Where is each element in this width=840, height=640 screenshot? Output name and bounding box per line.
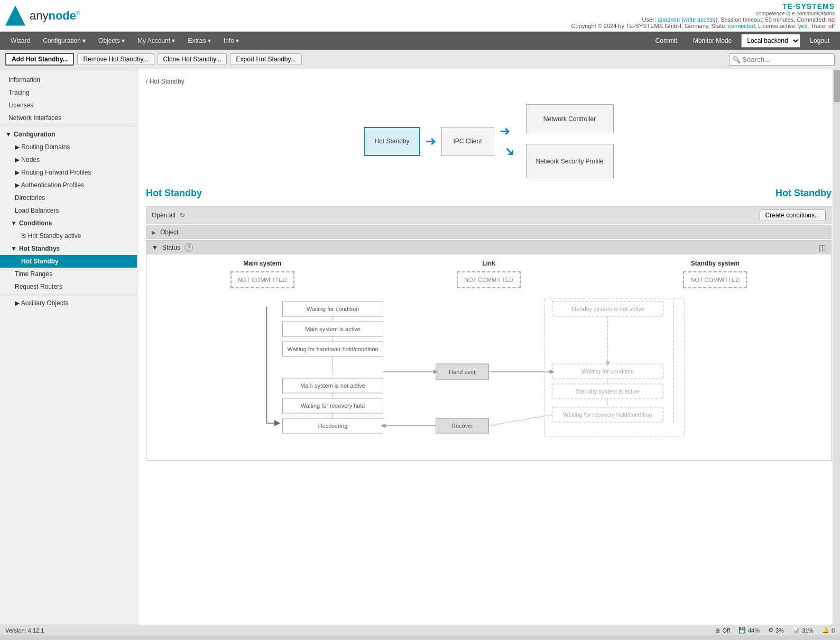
text-waiting-handover: Waiting for handover hold/condition — [287, 346, 378, 352]
refresh-icon[interactable]: ↻ — [180, 212, 185, 219]
cpu-label: 3% — [776, 627, 784, 634]
status-cpu: ⚙ 3% — [768, 627, 784, 634]
diagram-area: Hot Standby ➜ IPC Client ➜ ➜ Network Con… — [146, 94, 832, 184]
panel-toolbar-left: Open all ↻ — [152, 212, 185, 219]
alert-label: 0 — [832, 627, 835, 634]
sidebar-item-hot-standby[interactable]: Hot Standby — [0, 255, 137, 268]
standby-system-col: Standby system NOT COMMITTED — [605, 260, 826, 288]
status-expand-arrow: ▼ — [152, 244, 158, 251]
monitor-mode-button[interactable]: Monitor Mode — [687, 34, 738, 47]
sidebar-item-load-balancers[interactable]: Load Balancers — [0, 204, 137, 217]
sidebar-item-routing-forward-profiles[interactable]: ▶ Routing Forward Profiles — [0, 166, 137, 179]
header: anynode® TE·SYSTEMS competence in e-comm… — [0, 0, 840, 32]
text-waiting-recovery-hold: Waiting for recovery hold — [301, 403, 365, 409]
logout-button[interactable]: Logout — [804, 34, 836, 47]
nav-my-account[interactable]: My Account ▾ — [131, 34, 181, 48]
sidebar-group-configuration[interactable]: ▼ Configuration — [0, 128, 137, 141]
disk-icon: 💾 — [739, 627, 746, 634]
main-system-col: Main system NOT COMMITTED — [152, 260, 373, 288]
status-label: Status — [162, 244, 180, 251]
logo-wordmark: anynode® — [30, 9, 80, 23]
main-system-state: NOT COMMITTED — [230, 271, 294, 288]
text-standby-active: Standby system is active — [576, 388, 640, 395]
expand-arrow-hot-standbys: ▼ — [11, 245, 17, 252]
diagram-node-ipc-client[interactable]: IPC Client — [441, 127, 494, 156]
state-columns: Main system NOT COMMITTED Link NOT COMMI… — [152, 260, 826, 288]
status-collapse-icon[interactable]: ◫ — [819, 243, 826, 252]
status-screen: 🖥 Off — [714, 627, 730, 634]
sidebar-item-time-ranges[interactable]: Time Ranges — [0, 268, 137, 280]
status-disk: 💾 44% — [739, 627, 760, 634]
toolbar: Add Hot Standby... Remove Hot Standby...… — [0, 50, 840, 69]
sidebar-item-authentication-profiles[interactable]: ▶ Authentication Profiles — [0, 179, 137, 191]
header-right: TE·SYSTEMS competence in e-communication… — [571, 2, 835, 29]
screen-icon: 🖥 — [714, 627, 720, 634]
sidebar-item-is-hot-standby-active[interactable]: Is Hot Standby active — [0, 230, 137, 242]
main-area: Information Tracing Licenses Network Int… — [0, 69, 840, 625]
clone-hot-standby-button[interactable]: Clone Hot Standby... — [158, 53, 227, 65]
alert-icon: 🔔 — [822, 627, 829, 634]
statusbar: Version: 4.12.1 🖥 Off 💾 44% ⚙ 3% 📊 31% 🔔… — [0, 625, 840, 635]
remove-hot-standby-button[interactable]: Remove Hot Standby... — [77, 53, 154, 65]
sidebar-item-network-interfaces[interactable]: Network Interfaces — [0, 112, 137, 124]
status-alert: 🔔 0 — [822, 627, 835, 634]
search-input[interactable] — [729, 53, 835, 66]
status-section: ▼ Status ? ◫ Main system NOT COMMITTED — [146, 240, 832, 461]
text-standby-recovery-hold: Waiting for recovery hold/condition — [563, 412, 652, 418]
sidebar-item-request-routers[interactable]: Request Routers — [0, 280, 137, 293]
open-all-button[interactable]: Open all — [152, 212, 176, 219]
backend-select[interactable]: Local backend — [741, 34, 800, 48]
dash-recover — [489, 415, 552, 426]
export-hot-standby-button[interactable]: Export Hot Standby... — [230, 53, 301, 65]
status-content: Main system NOT COMMITTED Link NOT COMMI… — [146, 254, 831, 460]
divider-2 — [0, 295, 137, 295]
standby-system-state: NOT COMMITTED — [683, 271, 747, 288]
sidebar-item-directories[interactable]: Directories — [0, 191, 137, 204]
sidebar-item-routing-domains[interactable]: ▶ Routing Domains — [0, 141, 137, 153]
diagram-node-hot-standby[interactable]: Hot Standby — [364, 127, 420, 156]
commit-button[interactable]: Commit — [649, 34, 684, 47]
status-help-icon[interactable]: ? — [184, 243, 193, 252]
link-state: NOT COMMITTED — [457, 271, 521, 288]
user-info-line1: User: anadmin (write access), Session ti… — [571, 16, 835, 23]
nav-info[interactable]: Info ▾ — [217, 34, 245, 48]
user-info-line2: Copyright © 2024 by TE-SYSTEMS GmbH, Ger… — [571, 23, 835, 29]
te-systems-logo: TE·SYSTEMS — [571, 2, 835, 11]
section-title-right: Hot Standby — [776, 188, 832, 199]
status-header[interactable]: ▼ Status ? ◫ — [146, 241, 831, 254]
sidebar-item-information[interactable]: Information — [0, 74, 137, 86]
diagram-node-network-security-profile[interactable]: Network Security Profile — [526, 144, 614, 178]
link-col: Link NOT COMMITTED — [378, 260, 599, 288]
sidebar-item-tracing[interactable]: Tracing — [0, 86, 137, 99]
add-hot-standby-button[interactable]: Add Hot Standby... — [5, 53, 74, 66]
standby-system-label: Standby system — [605, 260, 826, 267]
object-row[interactable]: ▶ Object — [146, 225, 832, 239]
navbar: Wizard Configuration ▾ Objects ▾ My Acco… — [0, 32, 840, 50]
sidebar-item-licenses[interactable]: Licenses — [0, 99, 137, 112]
sidebar-group-conditions[interactable]: ▼ Conditions — [0, 217, 137, 230]
text-recover: Recover — [451, 423, 473, 429]
main-system-label: Main system — [152, 260, 373, 267]
expand-arrow-configuration: ▼ — [5, 131, 12, 138]
sidebar-item-nodes[interactable]: ▶ Nodes — [0, 153, 137, 166]
sidebar-item-auxiliary-objects[interactable]: ▶ Auxiliary Objects — [0, 297, 137, 309]
expand-arrow-conditions: ▼ — [11, 220, 17, 227]
diagram-node-network-controller[interactable]: Network Controller — [526, 104, 614, 133]
version-label: Version: 4.12.1 — [5, 627, 44, 634]
te-systems-subtitle: competence in e-communications — [571, 11, 835, 16]
memory-label: 31% — [802, 627, 814, 634]
logo: anynode® — [5, 6, 80, 26]
disk-label: 44% — [748, 627, 760, 634]
status-icons: 🖥 Off 💾 44% ⚙ 3% 📊 31% 🔔 0 — [714, 627, 835, 634]
sidebar-group-hot-standbys[interactable]: ▼ Hot Standbys — [0, 242, 137, 255]
nav-configuration[interactable]: Configuration ▾ — [36, 34, 92, 48]
text-standby-waiting-condition: Waiting for condition — [581, 368, 634, 374]
create-conditions-button[interactable]: Create conditions... — [760, 209, 826, 221]
nav-wizard[interactable]: Wizard — [4, 34, 36, 48]
nav-extras[interactable]: Extras ▾ — [181, 34, 217, 48]
nav-objects[interactable]: Objects ▾ — [92, 34, 131, 48]
text-waiting-condition-main: Waiting for condition — [307, 306, 359, 312]
text-main-not-active: Main system is not active — [300, 382, 365, 389]
text-hand-over: Hand over — [449, 369, 476, 375]
memory-icon: 📊 — [792, 627, 800, 634]
